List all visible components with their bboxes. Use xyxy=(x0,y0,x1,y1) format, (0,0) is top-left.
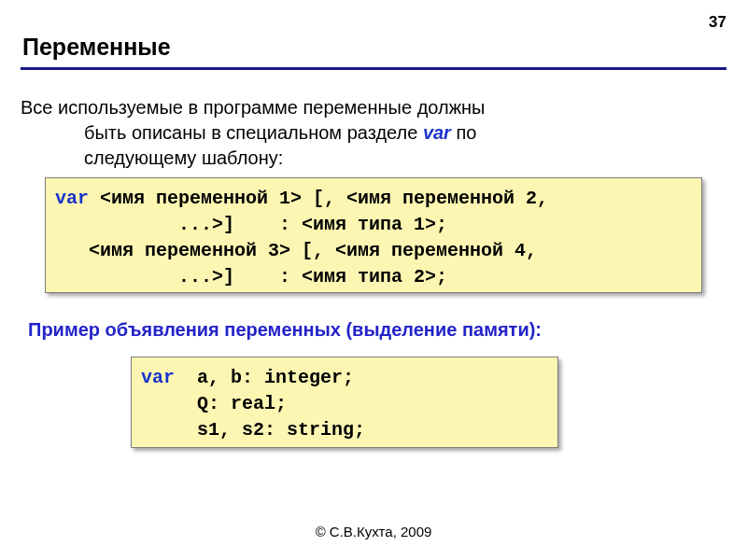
footer-copyright: © С.В.Кухта, 2009 xyxy=(0,524,747,539)
intro-line-3: следующему шаблону: xyxy=(21,146,726,171)
keyword-var: var xyxy=(55,188,89,209)
syntax-template-box: var <имя переменной 1> [, <имя переменно… xyxy=(45,177,702,293)
intro-line-1: Все используемые в программе переменные … xyxy=(21,95,726,120)
template-line-3: <имя переменной 3> [, <имя переменной 4, xyxy=(55,240,537,261)
intro-line-2-post: по xyxy=(451,122,477,143)
example-code-box: var a, b: integer; Q: real; s1, s2: stri… xyxy=(131,357,558,448)
example-heading: Пример объявления переменных (выделение … xyxy=(28,319,542,341)
title-divider xyxy=(21,67,726,70)
template-line-4: ...>] : <имя типа 2>; xyxy=(55,266,447,287)
intro-line-2: быть описаны в специальном разделе var п… xyxy=(21,120,726,146)
keyword-var-example: var xyxy=(141,367,175,388)
example-line-2: Q: real; xyxy=(141,393,287,414)
example-line-1: a, b: integer; xyxy=(175,367,354,388)
keyword-var-inline: var xyxy=(423,122,451,143)
intro-paragraph: Все используемые в программе переменные … xyxy=(21,95,726,171)
template-line-2: ...>] : <имя типа 1>; xyxy=(55,214,447,235)
page-title: Переменные xyxy=(22,34,171,61)
page-number: 37 xyxy=(709,13,726,32)
example-line-3: s1, s2: string; xyxy=(141,419,365,441)
template-line-1: <имя переменной 1> [, <имя переменной 2, xyxy=(89,188,548,209)
intro-line-2-pre: быть описаны в специальном разделе xyxy=(84,122,423,143)
